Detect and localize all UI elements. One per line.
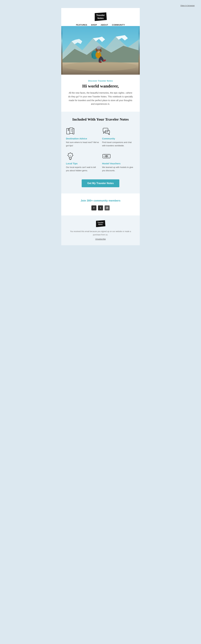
nav-features[interactable]: FEATURES bbox=[76, 24, 87, 26]
footer-text: You received this email because you sign… bbox=[66, 230, 135, 236]
instagram-icon[interactable] bbox=[105, 206, 110, 210]
svg-line-44 bbox=[68, 153, 69, 154]
cta-section: Get My Traveler Notes bbox=[61, 178, 140, 194]
destination-advice-title: Destination Advice bbox=[66, 137, 99, 140]
cta-button[interactable]: Get My Traveler Notes bbox=[82, 180, 119, 187]
intro-label: Discover Traveler Notes bbox=[68, 80, 133, 82]
intro-text: All the new faces, the beautiful memorie… bbox=[68, 91, 133, 106]
svg-point-39 bbox=[68, 153, 73, 158]
svg-point-7 bbox=[64, 62, 137, 71]
feature-local-tips: Local Tips Our local experts can't wait … bbox=[66, 152, 99, 172]
features-heading: Included With Your Traveler Notes bbox=[66, 117, 135, 122]
destination-advice-desc: Not sure where to head next? We've got t… bbox=[66, 141, 99, 148]
svg-rect-27 bbox=[70, 128, 73, 134]
feature-destination-advice: Destination Advice Not sure where to hea… bbox=[66, 127, 99, 148]
community-desc: Find travel companions and chat with tra… bbox=[102, 141, 135, 148]
hostel-vouchers-desc: We teamed up with hostels to give you di… bbox=[102, 166, 135, 172]
svg-point-53 bbox=[107, 208, 108, 208]
unsubscribe-link[interactable]: Unsubscribe bbox=[95, 238, 106, 240]
nav-about[interactable]: ABOUT bbox=[101, 24, 108, 26]
footer-unsubscribe: Unsubscribe bbox=[66, 238, 135, 241]
outer-wrapper: View in browser Traveler Notes FEATURES … bbox=[0, 0, 201, 252]
nav-shop[interactable]: SHOP bbox=[91, 24, 97, 26]
bulb-icon bbox=[66, 152, 75, 160]
hostel-vouchers-title: Hostel Vouchers bbox=[102, 162, 135, 165]
local-tips-title: Local Tips bbox=[66, 162, 99, 165]
email-container: Traveler Notes FEATURES SHOP ABOUT COMMU… bbox=[61, 8, 140, 245]
facebook-icon[interactable]: f bbox=[91, 206, 96, 210]
svg-point-25 bbox=[97, 46, 101, 48]
logo-text: Traveler Notes bbox=[96, 14, 105, 20]
intro-section: Discover Traveler Notes Hi world wandere… bbox=[61, 75, 140, 112]
hero-image bbox=[61, 26, 140, 75]
intro-heading: Hi world wanderer, bbox=[68, 84, 133, 88]
svg-point-22 bbox=[100, 50, 102, 52]
top-bar: View in browser bbox=[0, 3, 201, 8]
features-section: Included With Your Traveler Notes bbox=[61, 112, 140, 178]
view-in-browser-link[interactable]: View in browser bbox=[180, 4, 195, 7]
svg-rect-35 bbox=[103, 128, 108, 132]
footer-logo: Traveler Notes bbox=[96, 220, 105, 227]
nav-community[interactable]: COMMUNITY bbox=[112, 24, 125, 26]
footer: Traveler Notes You received this email b… bbox=[61, 216, 140, 245]
community-heading: Join 300+ community members bbox=[66, 199, 135, 202]
svg-line-43 bbox=[72, 153, 73, 154]
local-tips-desc: Our local experts can't wait to tell you… bbox=[66, 166, 99, 172]
header: Traveler Notes FEATURES SHOP ABOUT COMMU… bbox=[61, 8, 140, 26]
chat-icon bbox=[102, 127, 111, 136]
map-icon bbox=[66, 127, 75, 136]
twitter-icon[interactable]: t bbox=[98, 206, 103, 210]
voucher-icon: % bbox=[102, 152, 111, 160]
svg-rect-28 bbox=[73, 128, 74, 134]
svg-point-37 bbox=[106, 132, 107, 132]
svg-rect-9 bbox=[92, 53, 94, 58]
community-section: Join 300+ community members f t bbox=[61, 194, 140, 216]
feature-hostel-vouchers: % Hostel Vouchers We teamed up with host… bbox=[102, 152, 135, 172]
feature-community: Community Find travel companions and cha… bbox=[102, 127, 135, 148]
footer-logo-text: Traveler Notes bbox=[96, 222, 105, 226]
social-icons: f t bbox=[66, 206, 135, 210]
logo: Traveler Notes bbox=[94, 12, 107, 21]
features-grid: Destination Advice Not sure where to hea… bbox=[66, 127, 135, 172]
community-title: Community bbox=[102, 137, 135, 140]
svg-point-38 bbox=[107, 132, 108, 132]
svg-text:%: % bbox=[103, 156, 104, 157]
nav: FEATURES SHOP ABOUT COMMUNITY bbox=[64, 21, 137, 26]
svg-point-54 bbox=[108, 207, 108, 208]
